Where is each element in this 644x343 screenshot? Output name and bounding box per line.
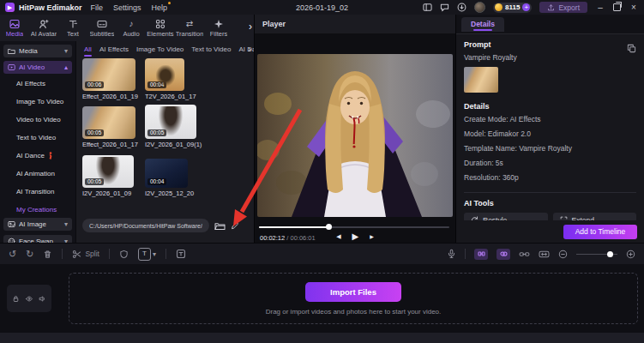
subtitles-icon	[97, 19, 107, 29]
next-frame-button[interactable]: ▶	[370, 233, 374, 239]
video-preview[interactable]	[257, 54, 453, 217]
library-tab-image-to-video[interactable]: Image To Video	[136, 45, 184, 53]
tab-subtitles[interactable]: Subtitles	[87, 19, 117, 38]
text-template-button[interactable]	[176, 249, 186, 259]
storage-path-input[interactable]	[82, 219, 209, 232]
zoom-slider-handle[interactable]	[607, 251, 613, 257]
open-folder-button[interactable]	[214, 221, 226, 231]
edit-path-button[interactable]	[231, 221, 239, 230]
tab-media[interactable]: Media	[0, 19, 29, 38]
link-squares-icon	[477, 250, 486, 258]
menu-settings[interactable]: Settings	[113, 3, 141, 12]
media-item-name: I2V_2026_01_09	[82, 190, 144, 197]
duration-badge: 00:04	[147, 178, 166, 185]
split-button[interactable]: Split	[72, 250, 99, 259]
play-button[interactable]: ▶	[352, 232, 359, 241]
sidebar-item-ai-animation[interactable]: AI Animation	[16, 168, 55, 179]
media-item[interactable]: 00:05 Effect_2026_01_17	[82, 106, 144, 148]
menu-help[interactable]: Help	[152, 3, 168, 12]
library-tab-all[interactable]: All	[84, 45, 92, 53]
timeline-toolbar: ↺ ↻ Split T ▾	[0, 243, 644, 264]
import-drop-zone[interactable]: Import Files Drag or import videos and p…	[69, 273, 638, 324]
sidebar-item-video-to-video[interactable]: Video to Video	[16, 114, 61, 125]
elements-icon	[155, 19, 166, 29]
feedback-icon[interactable]	[440, 3, 449, 12]
tab-audio[interactable]: ♪ Audio	[117, 19, 146, 38]
close-button[interactable]: ×	[629, 3, 639, 12]
copy-icon[interactable]	[627, 40, 636, 56]
sidebar-item-my-creations[interactable]: My Creations	[16, 204, 57, 215]
magnetic-snap-toggle[interactable]	[497, 249, 510, 260]
overlap-circles-icon	[499, 250, 509, 258]
help-notification-dot	[168, 2, 171, 4]
eye-icon[interactable]	[25, 295, 33, 303]
export-button[interactable]: Export	[539, 2, 587, 13]
media-item[interactable]: 00:04 T2V_2026_01_17	[145, 58, 207, 100]
player-time: 00:02:12 / 00:06:01	[260, 234, 316, 242]
redo-button[interactable]: ↻	[26, 250, 33, 259]
microphone-button[interactable]	[447, 249, 456, 259]
media-item-name: Effect_2026_01_19	[82, 93, 144, 100]
audio-note-icon: ♪	[129, 19, 134, 29]
timeline-zoom-slider[interactable]	[576, 251, 617, 257]
tab-transition[interactable]: ⇄ Transition	[175, 19, 204, 38]
download-icon[interactable]	[457, 3, 466, 12]
lock-icon[interactable]	[12, 295, 20, 303]
field-resolution: Resolution: 360p	[464, 171, 636, 185]
tab-details[interactable]: Details	[461, 17, 504, 32]
media-item[interactable]: 00:05 I2V_2026_01_09(1)	[145, 105, 207, 148]
panel-layout-icon[interactable]	[423, 3, 432, 12]
text-icon	[68, 19, 78, 29]
library-tab-text-to-video[interactable]: Text to Video	[191, 45, 231, 53]
sidebar-group-ai-image[interactable]: AI Image ▾	[3, 218, 72, 231]
zoom-in-button[interactable]	[626, 250, 635, 259]
zoom-out-button[interactable]	[558, 250, 568, 259]
details-header: Details	[456, 15, 644, 34]
sidebar-item-ai-dance[interactable]: AI Dance	[16, 150, 54, 161]
restore-button[interactable]	[613, 3, 621, 11]
credits-badge[interactable]: 8115 +	[493, 3, 532, 13]
library-tabs-overflow-chevron[interactable]: ›	[248, 44, 251, 54]
delete-button[interactable]	[43, 250, 52, 259]
filters-sparkle-icon	[214, 19, 224, 29]
sidebar-group-face-swap[interactable]: Face Swap ▾	[3, 235, 72, 243]
import-files-button[interactable]: Import Files	[305, 282, 401, 302]
sidebar-group-media[interactable]: Media ▾	[3, 45, 72, 57]
marker-icon[interactable]	[119, 250, 129, 259]
media-item[interactable]: 00:06 Effect_2026_01_19	[82, 58, 144, 100]
user-avatar[interactable]	[474, 2, 485, 13]
player-progress-bar[interactable]	[259, 224, 449, 231]
sidebar-item-ai-effects[interactable]: AI Effects	[16, 78, 45, 89]
unlink-icon[interactable]	[519, 250, 530, 259]
previous-frame-button[interactable]: ◀	[336, 233, 340, 240]
undo-button[interactable]: ↺	[9, 250, 16, 259]
player-progress-handle[interactable]	[326, 224, 332, 230]
library-tab-ai-effects[interactable]: AI Effects	[99, 45, 129, 53]
player-title: Player	[262, 20, 286, 28]
sidebar-item-ai-transition[interactable]: AI Transition	[16, 186, 54, 197]
tab-ai-avatar[interactable]: AI Avatar	[29, 19, 58, 38]
prompt-thumbnail[interactable]	[464, 67, 498, 93]
sidebar-item-text-to-video[interactable]: Text to Video	[16, 132, 56, 143]
field-create-mode: Create Mode: AI Effects	[464, 112, 636, 127]
mute-icon[interactable]	[39, 295, 46, 303]
sidebar-group-ai-video[interactable]: AI Video ▴	[3, 61, 72, 74]
add-credits-button[interactable]: +	[522, 3, 530, 11]
link-clips-toggle[interactable]	[474, 249, 488, 260]
total-time: 00:06:01	[290, 234, 315, 242]
media-item-name: T2V_2026_01_17	[145, 93, 207, 100]
nav-overflow-chevron[interactable]: ›	[249, 21, 252, 33]
menu-file[interactable]: File	[91, 3, 104, 12]
tab-elements[interactable]: Elements	[146, 19, 175, 38]
add-to-timeline-button[interactable]: Add to Timeline	[563, 225, 637, 239]
text-tool-button[interactable]: T ▾	[138, 248, 156, 261]
player-panel: Player	[254, 15, 456, 243]
divider	[166, 249, 166, 259]
minimize-button[interactable]: –	[595, 3, 605, 12]
media-item[interactable]: 00:05 I2V_2026_01_09	[82, 155, 144, 197]
fit-timeline-icon[interactable]	[539, 250, 550, 259]
sidebar-item-image-to-video[interactable]: Image To Video	[16, 96, 63, 107]
tab-filters[interactable]: Filters	[204, 19, 233, 38]
tab-text[interactable]: Text	[58, 19, 87, 38]
media-item[interactable]: 00:04 I2V_2025_12_20	[145, 159, 207, 197]
